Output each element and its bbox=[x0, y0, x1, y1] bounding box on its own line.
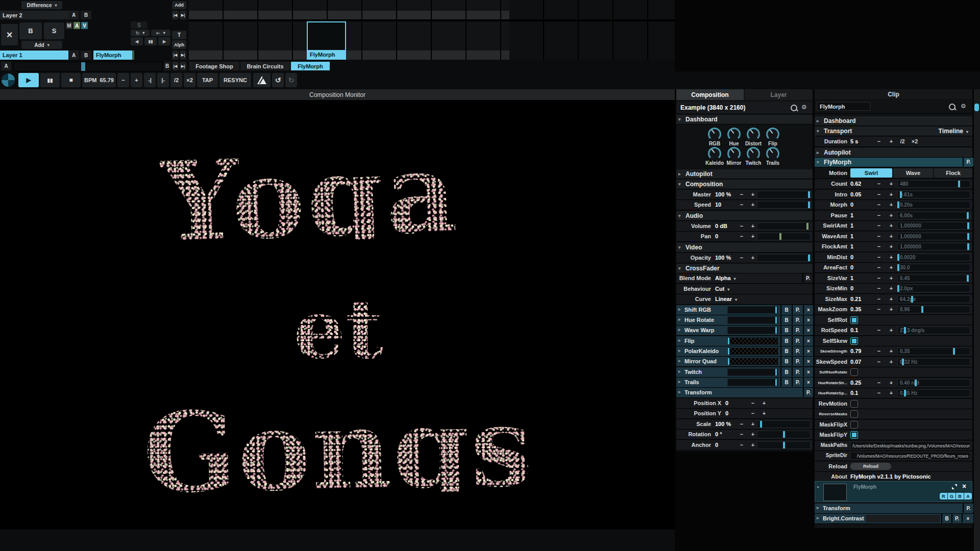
minus-button[interactable]: − bbox=[748, 410, 758, 416]
effect-bypass-button[interactable]: B bbox=[780, 378, 792, 387]
param-pan[interactable]: Pan0−+ bbox=[676, 232, 813, 242]
effect-trails[interactable]: TrailsBP.× bbox=[676, 378, 813, 388]
layer1-loop-dropdown[interactable]: ↻ bbox=[131, 30, 150, 36]
crossfader-next-button[interactable]: ▶| bbox=[180, 62, 186, 70]
tab-flymorph[interactable]: FlyMorph bbox=[291, 62, 330, 70]
param-slider[interactable]: 1.000000 bbox=[897, 243, 970, 251]
section-audio[interactable]: Audio bbox=[676, 211, 813, 221]
plus-button[interactable]: + bbox=[886, 191, 896, 197]
path-field[interactable]: /Volumes/MAO/resources/REDOUTE_PROD/fleu… bbox=[850, 452, 970, 460]
bpm-minus-button[interactable]: − bbox=[117, 73, 129, 87]
effect-slider[interactable] bbox=[727, 368, 778, 376]
reload-button[interactable]: Reload bbox=[850, 463, 891, 470]
section-flymorph[interactable]: FlyMorphP. bbox=[815, 158, 972, 167]
crossfader-a-button[interactable]: A bbox=[1, 62, 11, 70]
clip-bright-contrast-row[interactable]: Bright.ContrastBP.× bbox=[815, 514, 972, 524]
plus-button[interactable]: + bbox=[886, 359, 896, 365]
clip-cell-label[interactable]: FlyMorph bbox=[308, 50, 345, 59]
checkbox[interactable] bbox=[850, 316, 858, 324]
effect-bypass-button[interactable]: B bbox=[780, 305, 792, 314]
effect-p-button[interactable]: P. bbox=[792, 305, 803, 314]
minus-button[interactable]: − bbox=[737, 431, 747, 437]
param-slider[interactable]: 30.0 bbox=[897, 264, 970, 271]
param-slider[interactable]: 480 bbox=[897, 180, 970, 188]
effect-p-button[interactable]: P. bbox=[792, 315, 803, 324]
effect-p-button[interactable]: P. bbox=[951, 514, 962, 523]
clip-checkbox-row[interactable]: SelfRot bbox=[815, 315, 972, 325]
section-crossfader[interactable]: CrossFader bbox=[676, 264, 813, 273]
layer1-pause-button[interactable]: ▮▮ bbox=[144, 37, 157, 45]
tab-footage-shop[interactable]: Footage Shop bbox=[189, 62, 239, 70]
close-icon[interactable]: × bbox=[962, 482, 966, 490]
param-position-y[interactable]: Position Y0−+ bbox=[676, 409, 813, 419]
crossfader-prev-button[interactable]: |◀ bbox=[172, 62, 179, 70]
plus-button[interactable]: + bbox=[886, 222, 896, 229]
edge-handle[interactable] bbox=[974, 104, 979, 111]
minus-button[interactable]: − bbox=[874, 191, 884, 197]
param-scale[interactable]: Scale100 %−+ bbox=[676, 419, 813, 430]
param-slider[interactable] bbox=[757, 201, 811, 209]
checkbox[interactable] bbox=[850, 421, 858, 429]
param-p-button[interactable]: P. bbox=[802, 273, 813, 283]
plus-button[interactable]: + bbox=[886, 348, 896, 354]
minus-button[interactable]: − bbox=[874, 306, 884, 312]
effect-close-button[interactable]: × bbox=[803, 325, 813, 335]
motion-flock-button[interactable]: Flock bbox=[934, 168, 972, 178]
effect-twitch[interactable]: TwitchBP.× bbox=[676, 367, 813, 378]
expand-icon[interactable] bbox=[952, 484, 957, 489]
effect-slider[interactable] bbox=[727, 327, 778, 334]
metronome-button[interactable] bbox=[253, 73, 271, 87]
plus-button[interactable]: + bbox=[886, 264, 896, 270]
nudge-fwd-button[interactable]: |- bbox=[157, 73, 169, 87]
tab-layer[interactable]: Layer bbox=[745, 89, 813, 100]
param-slider[interactable] bbox=[757, 441, 811, 449]
effect-bypass-button[interactable]: B bbox=[780, 357, 792, 366]
clip-param-row[interactable]: SizeMax0.21−+64.2px bbox=[815, 294, 972, 305]
clip-checkbox-row[interactable]: MaskFlipX bbox=[815, 420, 972, 430]
duration-row[interactable]: Duration5 s−+/2×2 bbox=[815, 137, 972, 147]
layer1-t-button[interactable]: T bbox=[172, 31, 186, 39]
expander-icon[interactable]: ▸ bbox=[817, 484, 820, 489]
clip-param-row[interactable]: WaveAmt1−+1.000000 bbox=[815, 232, 972, 242]
channel-b-button[interactable]: B bbox=[956, 493, 964, 499]
effect-bypass-button[interactable]: B bbox=[780, 336, 792, 345]
clip-param-row[interactable]: SizeVar1−+0.45 bbox=[815, 273, 972, 284]
effect-bypass-button[interactable]: B bbox=[780, 346, 792, 356]
clip-checkbox-row[interactable]: RevMotion bbox=[815, 399, 972, 409]
minus-button[interactable]: − bbox=[737, 233, 747, 239]
param-slider[interactable]: 0.61s bbox=[897, 191, 970, 198]
knob-distort[interactable] bbox=[747, 128, 760, 141]
param-slider[interactable] bbox=[757, 233, 811, 240]
effect-bypass-button[interactable]: B bbox=[780, 325, 792, 335]
clip-param-row[interactable]: SkewStrength0.79−+0.35 bbox=[815, 346, 972, 357]
layer1-back-button[interactable]: ◀ bbox=[131, 37, 143, 45]
add-mini-button[interactable]: Add bbox=[172, 1, 186, 9]
checkbox[interactable] bbox=[850, 337, 858, 345]
layer1-v-button[interactable]: V bbox=[81, 22, 88, 29]
search-icon[interactable] bbox=[949, 104, 955, 110]
curve-dropdown[interactable]: Linear bbox=[715, 296, 737, 302]
layer1-fwd-button[interactable]: ▶ bbox=[158, 37, 170, 45]
gear-icon[interactable]: ⚙ bbox=[961, 103, 966, 110]
play-button[interactable]: ▶ bbox=[18, 73, 39, 87]
param-speed[interactable]: Speed10−+ bbox=[676, 200, 813, 210]
section-video[interactable]: Video bbox=[676, 243, 813, 253]
minus-button[interactable]: − bbox=[737, 421, 747, 427]
plus-button[interactable]: + bbox=[748, 233, 758, 239]
minus-button[interactable]: − bbox=[737, 191, 747, 197]
clip-param-row[interactable]: SkewSpeed0.07−+0.32 Hz bbox=[815, 357, 972, 367]
minus-button[interactable]: − bbox=[874, 327, 884, 333]
bpm-half-button[interactable]: /2 bbox=[170, 73, 182, 87]
clip-param-row[interactable]: Count0.62−+480 bbox=[815, 179, 972, 189]
knob-twitch[interactable] bbox=[747, 147, 760, 160]
clip-param-row[interactable]: FlockAmt1−+1.000000 bbox=[815, 242, 972, 252]
minus-button[interactable]: − bbox=[874, 348, 884, 354]
minus-button[interactable]: − bbox=[874, 138, 884, 144]
layer1-a-col-button[interactable]: A bbox=[74, 22, 80, 29]
duration-half-button[interactable]: /2 bbox=[897, 138, 908, 144]
layer1-active-clip-name[interactable]: FlyMorph bbox=[93, 51, 134, 60]
plus-button[interactable]: + bbox=[886, 243, 896, 249]
effect-slider[interactable] bbox=[727, 358, 778, 365]
param-slider[interactable]: 64.2px bbox=[897, 295, 970, 303]
plus-button[interactable]: + bbox=[748, 421, 758, 427]
